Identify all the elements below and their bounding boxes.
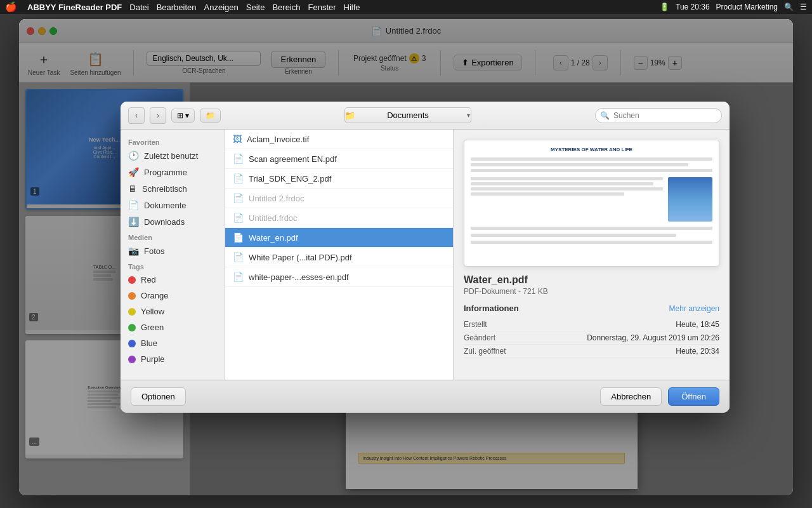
desktop-icon: 🖥 — [128, 184, 137, 194]
sidebar-item-programme[interactable]: 🚀 Programme — [121, 164, 225, 180]
dialog-toolbar: ‹ › ⊞ ▾ 📁 📁 Documents ▾ 🔍 — [121, 102, 730, 130]
abbrechen-button[interactable]: Abbrechen — [600, 387, 662, 406]
dialog-back-button[interactable]: ‹ — [128, 107, 145, 124]
menu-anzeigen[interactable]: Anzeigen — [204, 3, 239, 12]
file-name-4: Untitled.frdoc — [249, 213, 298, 223]
menu-bearbeiten[interactable]: Bearbeiten — [157, 3, 197, 12]
tag-dot-orange — [128, 292, 136, 300]
preview-doc-title: MYSTERIES OF WATER AND LIFE — [471, 147, 712, 152]
clock-icon: 🕐 — [128, 150, 139, 161]
sidebar-item-tag-green[interactable]: Green — [121, 319, 225, 335]
download-icon: ⬇️ — [128, 217, 139, 227]
sidebar-item-tag-blue[interactable]: Blue — [121, 335, 225, 351]
sidebar-item-fotos[interactable]: 📷 Fotos — [121, 243, 225, 259]
photos-icon: 📷 — [128, 246, 139, 256]
sidebar-item-tag-red[interactable]: Red — [121, 272, 225, 288]
info-section-header: Informationen Mehr anzeigen — [464, 304, 719, 313]
view-columns-icon: ⊞ — [177, 111, 183, 120]
file-name-5: Water_en.pdf — [249, 233, 298, 243]
dialog-view-button[interactable]: ⊞ ▾ — [171, 109, 195, 123]
medien-label: Medien — [121, 230, 225, 243]
tag-dot-yellow — [128, 308, 136, 316]
sidebar-label-zuletzt: Zuletzt benutzt — [144, 151, 198, 161]
sidebar-label-programme: Programme — [144, 168, 187, 177]
dialog-location-chevron: ▾ — [467, 112, 470, 119]
dialog-search-input[interactable] — [595, 108, 722, 123]
file-icon-pdf-5: 📄 — [233, 272, 244, 282]
tag-label-purple: Purple — [141, 354, 165, 364]
tags-label: Tags — [121, 259, 225, 272]
search-icon[interactable]: 🔍 — [784, 3, 794, 11]
preview-panel: MYSTERIES OF WATER AND LIFE — [454, 130, 730, 380]
sidebar-item-zuletzt[interactable]: 🕐 Zuletzt benutzt — [121, 147, 225, 164]
sidebar-label-fotos: Fotos — [144, 246, 165, 256]
apple-menu[interactable]: 🍎 — [5, 1, 17, 13]
file-item-1[interactable]: 📄 Scan agreement EN.pdf — [225, 149, 453, 169]
info-row-erstellt: Erstellt Heute, 18:45 — [464, 318, 719, 331]
file-item-4[interactable]: 📄 Untitled.frdoc — [225, 208, 453, 228]
file-item-5[interactable]: 📄 Water_en.pdf — [225, 228, 453, 248]
sidebar-item-tag-orange[interactable]: Orange — [121, 288, 225, 304]
file-name-6: White Paper (...ital PDF).pdf — [249, 253, 352, 262]
app-name[interactable]: ABBYY FineReader PDF — [27, 3, 122, 12]
preview-doc-content: MYSTERIES OF WATER AND LIFE — [464, 140, 719, 266]
file-item-2[interactable]: 📄 Trial_SDK_ENG_2.pdf — [225, 169, 453, 189]
menu-datei[interactable]: Datei — [129, 3, 148, 12]
info-row-geaendert: Geändert Donnerstag, 29. August 2019 um … — [464, 331, 719, 345]
file-name-2: Trial_SDK_ENG_2.pdf — [249, 174, 331, 184]
optionen-button[interactable]: Optionen — [131, 387, 186, 406]
dialog-location-button[interactable]: 📁 — [200, 109, 221, 123]
control-center-icon[interactable]: ☰ — [800, 3, 807, 11]
user-name: Product Marketing — [716, 3, 778, 11]
dialog-location-wrapper: 📁 Documents ▾ — [226, 107, 590, 123]
info-key-geaendert: Geändert — [464, 333, 495, 342]
dialog-forward-button[interactable]: › — [150, 107, 166, 124]
info-row-zuletzt: Zul. geöffnet Heute, 20:34 — [464, 345, 719, 358]
app-window: 📄 Untitled 2.frdoc ＋ Neuer Task 📋 Seiten… — [19, 19, 793, 495]
info-val-erstellt: Heute, 18:45 — [676, 320, 719, 329]
favoriten-label: Favoriten — [121, 135, 225, 147]
file-item-0[interactable]: 🖼 Aclam_Invoice.tif — [225, 130, 453, 149]
footer-right: Abbrechen Öffnen — [600, 387, 719, 406]
sidebar-item-downloads[interactable]: ⬇️ Downloads — [121, 213, 225, 230]
file-icon-pdf-1: 📄 — [233, 154, 244, 164]
info-val-geaendert: Donnerstag, 29. August 2019 um 20:26 — [587, 333, 719, 342]
document-icon: 📄 — [128, 200, 139, 210]
dialog-footer: Optionen Abbrechen Öffnen — [121, 380, 730, 413]
menu-fenster[interactable]: Fenster — [308, 3, 336, 12]
sidebar-item-dokumente[interactable]: 📄 Dokumente — [121, 197, 225, 213]
file-dialog: ‹ › ⊞ ▾ 📁 📁 Documents ▾ 🔍 Fa — [121, 102, 730, 413]
info-key-zuletzt: Zul. geöffnet — [464, 347, 506, 356]
sidebar-item-schreibtisch[interactable]: 🖥 Schreibtisch — [121, 180, 225, 197]
menu-hilfe[interactable]: Hilfe — [344, 3, 360, 12]
preview-meta: PDF-Dokument - 721 KB — [464, 287, 719, 296]
preview-filename: Water_en.pdf — [464, 274, 719, 286]
oeffnen-button[interactable]: Öffnen — [668, 387, 719, 406]
menubar-right: 🔋 Tue 20:36 Product Marketing 🔍 ☰ — [660, 3, 807, 11]
file-name-1: Scan agreement EN.pdf — [249, 154, 337, 164]
file-item-7[interactable]: 📄 white-paper-...esses-en.pdf — [225, 267, 453, 287]
dialog-search-wrapper: 🔍 — [595, 108, 722, 123]
menu-bereich[interactable]: Bereich — [272, 3, 300, 12]
file-item-6[interactable]: 📄 White Paper (...ital PDF).pdf — [225, 248, 453, 267]
sidebar-item-tag-yellow[interactable]: Yellow — [121, 304, 225, 319]
tag-label-orange: Orange — [141, 291, 168, 300]
info-label: Informationen — [464, 304, 519, 313]
sidebar-label-downloads: Downloads — [144, 217, 185, 227]
dialog-location-select[interactable]: Documents — [344, 107, 471, 123]
menu-seite[interactable]: Seite — [246, 3, 265, 12]
file-name-3: Untitled 2.frdoc — [249, 194, 304, 203]
sidebar-label-dokumente: Dokumente — [144, 201, 186, 210]
tag-dot-blue — [128, 340, 136, 347]
tag-label-green: Green — [141, 323, 164, 332]
file-icon-frdoc-2: 📄 — [233, 213, 244, 223]
file-item-3[interactable]: 📄 Untitled 2.frdoc — [225, 189, 453, 208]
tag-dot-purple — [128, 356, 136, 363]
file-name-7: white-paper-...esses-en.pdf — [249, 272, 349, 282]
rocket-icon: 🚀 — [128, 167, 139, 177]
clock: Tue 20:36 — [676, 3, 710, 11]
mehr-anzeigen-link[interactable]: Mehr anzeigen — [669, 304, 719, 313]
file-name-0: Aclam_Invoice.tif — [247, 135, 309, 144]
sidebar-item-tag-purple[interactable]: Purple — [121, 351, 225, 367]
file-icon-pdf-3: 📄 — [233, 232, 244, 243]
